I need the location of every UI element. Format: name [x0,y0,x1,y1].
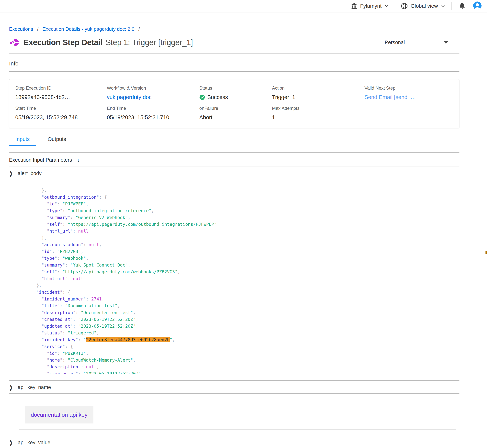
info-field-label: onFailure [199,106,272,111]
json-code-line: "id": "PUZKRT1", [26,350,456,357]
chevron-down-icon [441,4,446,8]
execution-input-parameters-header: Execution Input Parameters ↓ [9,157,459,163]
param-row-api-key-value[interactable]: ❯ api_key_value [9,440,459,446]
json-code-line: "accounts_addon": null, [26,241,456,248]
org-menu[interactable]: Fylamynt [345,3,395,9]
info-field-value: Success [199,94,272,100]
divider [9,380,459,381]
json-code-line: "self": "https://api.pagerduty.com/webho… [26,268,456,275]
top-bar: Fylamynt Global view [0,0,487,12]
json-code-line: "self": "https://api.pagerduty.com/outbo… [26,221,456,228]
json-code-line: "incident": { [26,289,456,296]
select-caret-icon [444,41,448,44]
json-code-line: "id": "PJFWPEP", [26,200,456,207]
info-field: Workflow & Versionyuk pagerduty doc [107,85,199,100]
bank-icon [351,3,357,9]
page-subtitle: Step 1: Trigger [trigger_1] [106,38,193,47]
chevron-right-icon: ❯ [9,170,13,177]
info-field-value[interactable]: Send Email [send_… [365,94,459,100]
tab-inputs[interactable]: Inputs [9,136,36,146]
info-field-value: Abort [199,114,272,120]
info-field-label: Valid Next Step [365,85,459,91]
info-field-value: 1 [272,114,365,120]
highlighted-incident-key: 229efec8feda44778d3fe692b28aed2b [86,337,170,342]
json-code-line: "description": "Documentation test", [26,309,456,316]
info-field-value: 05/19/2023, 15:52:31.710 [107,114,199,120]
info-heading: Info [9,60,459,67]
scope-select[interactable]: Personal [379,37,454,48]
json-code-line: "incident_key": "229efec8feda44778d3fe69… [26,336,456,343]
json-code-line: "incident_number": 2741, [26,296,456,302]
info-field-value: 05/19/2023, 15:52:29.748 [15,114,107,120]
json-code-line: "html_url": null [26,228,456,234]
globe-icon [401,2,408,10]
divider [9,152,459,153]
info-field: Start Time05/19/2023, 15:52:29.748 [15,106,107,120]
chevron-right-icon: ❯ [9,384,13,391]
info-field-label: Step Execution ID [15,85,107,91]
execution-input-parameters-label: Execution Input Parameters [9,157,72,163]
param-row-api-key-name[interactable]: ❯ api_key_name [9,384,459,390]
view-menu[interactable]: Global view [395,2,451,10]
json-code-line: "service": { [26,343,456,350]
json-code-line: "outbound_integration": { [26,194,456,200]
json-code-viewer[interactable]: "https://api.pagerduty.com/…", }, "outbo… [19,186,456,374]
info-field: Max Attempts1 [272,106,365,120]
info-field-label: Start Time [15,106,107,111]
org-menu-label: Fylamynt [360,3,382,9]
info-field-label: Action [272,85,365,91]
json-code-line: "title": "Documentation test", [26,302,456,309]
breadcrumb-separator: / [37,26,38,32]
info-field: StatusSuccess [199,85,272,100]
json-code-line: "created_at": "2023-05-19T22:52:20Z", [26,370,456,374]
json-code-line: "https://api.pagerduty.com/…", [26,186,456,187]
workflow-step-icon [9,38,20,47]
chevron-down-icon [384,4,389,8]
json-code-lines: "https://api.pagerduty.com/…", }, "outbo… [19,186,456,374]
info-field: Valid Next StepSend Email [send_… [365,85,459,100]
main-content: Executions / Execution Details - yuk pag… [0,26,487,446]
json-code-line: "id": "PZB2VG3", [26,248,456,255]
info-field-value: Trigger_1 [272,94,365,100]
download-arrow-icon[interactable]: ↓ [77,157,80,163]
divider [9,167,459,167]
json-code-line: "description": null, [26,363,456,370]
page-title: Execution Step Detail [24,38,103,47]
json-code-line: }, [26,234,456,241]
scrollbar-highlight-marker [486,251,487,254]
info-field: onFailureAbort [199,106,272,120]
json-code-line: }, [26,282,456,289]
divider [9,393,459,394]
api-key-name-value-panel: documentation api key [19,400,456,430]
notifications-button[interactable] [452,2,472,10]
tab-bar: InputsOutputs [9,136,459,146]
info-field: End Time05/19/2023, 15:52:31.710 [107,106,199,120]
view-menu-label: Global view [411,3,438,9]
param-label: api_key_value [18,440,50,446]
api-key-name-chip: documentation api key [25,406,93,424]
divider [9,436,459,436]
json-code-line: }, [26,187,456,194]
breadcrumb-link-executions[interactable]: Executions [9,26,33,32]
divider [9,53,459,54]
info-field: Step Execution ID18992a43-9538-4b2… [15,85,107,100]
divider [9,179,459,179]
user-avatar[interactable] [473,1,482,11]
info-field: ActionTrigger_1 [272,85,365,100]
json-code-line: "summary": "Yuk Spot Connect Doc", [26,262,456,268]
param-row-alert-body[interactable]: ❯ alert_body [9,170,459,176]
tab-outputs[interactable]: Outputs [41,136,72,146]
chevron-right-icon: ❯ [9,439,13,446]
info-field-label: Max Attempts [272,106,365,111]
info-field-value: 18992a43-9538-4b2… [15,94,107,100]
info-field-value[interactable]: yuk pagerduty doc [107,94,199,100]
json-code-line: "type": "outbound_integration_reference"… [26,207,456,214]
info-field-label: End Time [107,106,199,111]
success-check-icon [199,95,205,100]
json-code-line: "updated_at": "2023-05-19T22:52:20Z", [26,323,456,329]
param-label: alert_body [18,170,41,176]
scope-select-value: Personal [385,40,405,46]
breadcrumb-separator: / [138,26,140,32]
breadcrumb-link-execution-details[interactable]: Execution Details - yuk pagerduty doc: 2… [42,26,134,32]
json-code-line: "created_at": "2023-05-19T22:52:20Z", [26,316,456,323]
